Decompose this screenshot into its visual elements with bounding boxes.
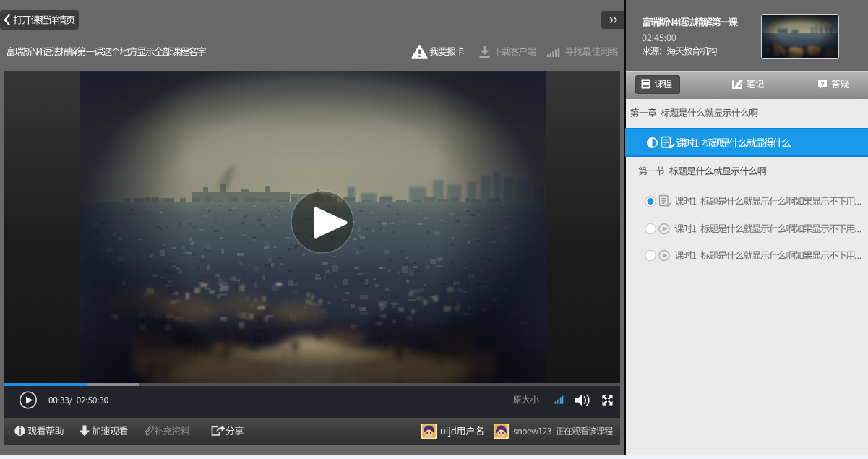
- svg-text:?: ?: [820, 80, 825, 87]
